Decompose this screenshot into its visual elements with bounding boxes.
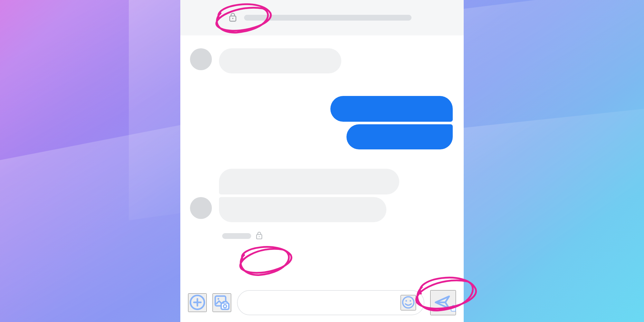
- message-row-incoming: [190, 169, 454, 222]
- svg-point-12: [405, 300, 407, 302]
- message-input[interactable]: [237, 290, 424, 315]
- lock-icon: [229, 12, 237, 23]
- message-bubble-incoming[interactable]: [219, 48, 341, 73]
- message-composer: [180, 283, 464, 322]
- message-row-outgoing: [190, 96, 454, 149]
- message-list[interactable]: [180, 35, 464, 283]
- send-button[interactable]: [430, 290, 456, 315]
- encryption-status-row: [190, 231, 454, 241]
- gallery-button[interactable]: [213, 293, 231, 312]
- svg-point-13: [410, 300, 411, 302]
- message-bubble-incoming[interactable]: [219, 197, 386, 222]
- svg-rect-15: [451, 308, 456, 311]
- svg-point-8: [218, 298, 219, 299]
- status-text-placeholder: [222, 233, 251, 239]
- svg-point-3: [259, 236, 260, 237]
- smiley-icon: [401, 295, 415, 310]
- emoji-button[interactable]: [401, 295, 416, 310]
- message-row-incoming: [190, 48, 454, 73]
- message-bubble-outgoing[interactable]: [346, 124, 453, 149]
- header-title-placeholder: [244, 15, 412, 21]
- avatar[interactable]: [190, 48, 212, 70]
- send-icon: [434, 293, 452, 312]
- message-bubble-outgoing[interactable]: [330, 96, 453, 122]
- avatar[interactable]: [190, 197, 212, 219]
- conversation-header: [180, 0, 464, 35]
- message-bubble-incoming[interactable]: [219, 169, 399, 194]
- image-camera-icon: [213, 294, 230, 312]
- svg-point-1: [232, 18, 233, 19]
- lock-icon: [256, 231, 263, 241]
- chat-app-window: [180, 0, 464, 322]
- svg-rect-9: [221, 303, 229, 309]
- add-attachment-button[interactable]: [188, 293, 207, 312]
- svg-point-11: [403, 297, 414, 308]
- plus-circle-icon: [189, 294, 206, 312]
- lock-icon: [450, 305, 457, 313]
